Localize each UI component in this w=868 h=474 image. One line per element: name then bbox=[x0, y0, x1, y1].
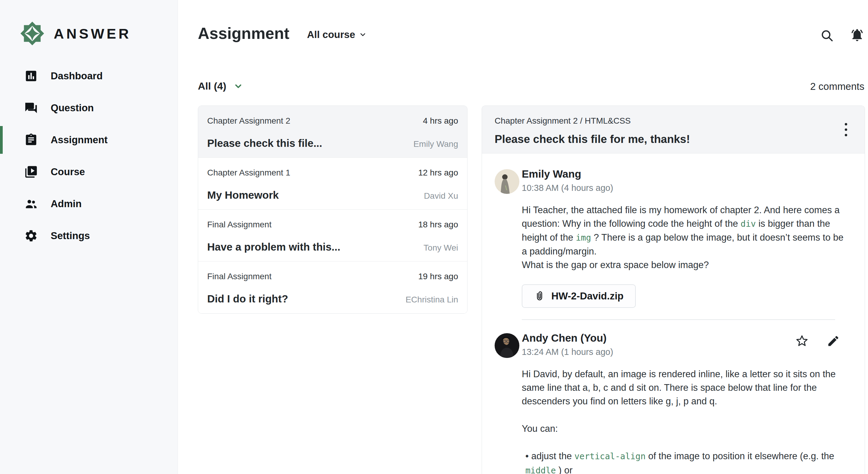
comment-actions bbox=[795, 335, 840, 348]
comment-body: Hi Teacher, the attached file is my home… bbox=[522, 203, 851, 272]
sidebar-nav: Dashboard Question Assignment bbox=[0, 60, 178, 252]
item-time: 12 hrs ago bbox=[418, 168, 458, 178]
video-library-icon bbox=[24, 165, 38, 179]
thread-header: Chapter Assignment 2 / HTML&CSS Please c… bbox=[482, 106, 865, 154]
comment-andy: Andy Chen (You) 13:24 AM (1 hours ago) H… bbox=[495, 332, 852, 474]
sidebar-item-label: Dashboard bbox=[51, 70, 102, 82]
sidebar: ANSWER Dashboard Question bbox=[0, 0, 178, 474]
star-icon[interactable] bbox=[795, 335, 809, 348]
list-item[interactable]: Final Assignment 19 hrs ago Did I do it … bbox=[198, 261, 467, 313]
list-item[interactable]: Final Assignment 18 hrs ago Have a probl… bbox=[198, 210, 467, 261]
people-icon bbox=[24, 197, 38, 211]
comment-paragraph: Hi Teacher, the attached file is my home… bbox=[522, 203, 851, 258]
eight-point-star-logo-icon bbox=[20, 21, 44, 46]
item-author: Emily Wang bbox=[413, 139, 458, 149]
chevron-down-icon bbox=[234, 82, 243, 91]
list-item[interactable]: Chapter Assignment 1 12 hrs ago My Homew… bbox=[198, 158, 467, 210]
attachment-button[interactable]: HW-2-David.zip bbox=[522, 284, 636, 308]
bar-chart-icon bbox=[24, 69, 38, 83]
avatar bbox=[495, 333, 519, 358]
sidebar-item-label: Question bbox=[51, 102, 94, 114]
text-run: of the image to position it elsewhere (e… bbox=[646, 451, 835, 461]
list-item[interactable]: Chapter Assignment 2 4 hrs ago Please ch… bbox=[198, 106, 467, 158]
course-filter-dropdown[interactable]: All course bbox=[307, 29, 367, 40]
pencil-icon[interactable] bbox=[827, 335, 840, 348]
app-logo: ANSWER bbox=[20, 21, 131, 46]
item-assignment-name: Final Assignment bbox=[207, 220, 272, 229]
text-run: ) or bbox=[556, 465, 572, 474]
clipboard-icon bbox=[24, 133, 38, 147]
list-filter-label: All (4) bbox=[198, 80, 226, 92]
sidebar-item-label: Settings bbox=[51, 230, 90, 242]
inline-code: middle bbox=[525, 466, 556, 474]
item-title: Please check this file... bbox=[207, 137, 322, 149]
item-assignment-name: Chapter Assignment 1 bbox=[207, 168, 290, 178]
comment-timestamp: 13:24 AM (1 hours ago) bbox=[522, 347, 852, 357]
sidebar-item-course[interactable]: Course bbox=[0, 156, 178, 188]
sidebar-item-question[interactable]: Question bbox=[0, 92, 178, 124]
inline-code: div bbox=[741, 219, 756, 229]
item-author: EChristina Lin bbox=[406, 295, 458, 305]
item-time: 18 hrs ago bbox=[418, 220, 458, 229]
course-filter-label: All course bbox=[307, 29, 355, 40]
bell-icon[interactable] bbox=[850, 28, 864, 42]
search-icon[interactable] bbox=[820, 28, 834, 43]
comment-divider bbox=[522, 319, 835, 320]
kebab-menu-icon[interactable] bbox=[843, 121, 849, 138]
item-assignment-name: Final Assignment bbox=[207, 272, 272, 281]
item-time: 4 hrs ago bbox=[423, 116, 458, 126]
item-assignment-name: Chapter Assignment 2 bbox=[207, 116, 290, 126]
sidebar-item-settings[interactable]: Settings bbox=[0, 220, 178, 252]
avatar bbox=[495, 169, 519, 194]
item-title: Have a problem with this... bbox=[207, 241, 340, 253]
comment-paragraph: What is the gap or extra space below ima… bbox=[522, 258, 851, 272]
chat-bubbles-icon bbox=[24, 101, 38, 115]
attachment-filename: HW-2-David.zip bbox=[551, 290, 624, 302]
assignment-list: Chapter Assignment 2 4 hrs ago Please ch… bbox=[198, 105, 467, 314]
brand-name: ANSWER bbox=[54, 25, 131, 42]
chevron-down-icon bbox=[359, 31, 367, 39]
item-author: Tony Wei bbox=[424, 243, 458, 253]
inline-code: img bbox=[576, 233, 591, 243]
comment-paragraph: You can: bbox=[522, 422, 851, 435]
gear-icon bbox=[24, 229, 38, 243]
sidebar-item-label: Course bbox=[51, 166, 85, 178]
comment-body: Hi David, by default, an image is render… bbox=[522, 367, 851, 474]
comment-author: Emily Wang bbox=[522, 168, 852, 180]
comment-timestamp: 10:38 AM (4 hours ago) bbox=[522, 183, 852, 193]
comment-list: Emily Wang 10:38 AM (4 hours ago) Hi Tea… bbox=[482, 154, 865, 474]
thread-title: Please check this file for me, thanks! bbox=[495, 133, 852, 146]
item-time: 19 hrs ago bbox=[418, 272, 458, 281]
inline-code: vertical-align bbox=[575, 451, 646, 461]
sidebar-item-admin[interactable]: Admin bbox=[0, 188, 178, 220]
paperclip-icon bbox=[534, 290, 545, 302]
sidebar-item-dashboard[interactable]: Dashboard bbox=[0, 60, 178, 92]
item-title: Did I do it right? bbox=[207, 293, 288, 305]
item-title: My Homework bbox=[207, 189, 279, 201]
list-filter-dropdown[interactable]: All (4) bbox=[198, 80, 243, 92]
bullet-list: adjust the vertical-align of the image t… bbox=[522, 449, 837, 474]
sidebar-item-label: Admin bbox=[51, 198, 82, 210]
text-run: adjust the bbox=[531, 451, 574, 461]
bullet-item: adjust the vertical-align of the image t… bbox=[525, 449, 837, 474]
item-author: David Xu bbox=[424, 191, 458, 201]
comment-paragraph: Hi David, by default, an image is render… bbox=[522, 367, 851, 408]
sidebar-item-assignment[interactable]: Assignment bbox=[0, 124, 178, 156]
page-title: Assignment bbox=[198, 24, 289, 42]
thread-panel: Chapter Assignment 2 / HTML&CSS Please c… bbox=[482, 105, 865, 474]
comment-emily: Emily Wang 10:38 AM (4 hours ago) Hi Tea… bbox=[495, 168, 852, 308]
sidebar-item-label: Assignment bbox=[51, 134, 108, 146]
comments-count: 2 comments bbox=[810, 81, 864, 92]
breadcrumb: Chapter Assignment 2 / HTML&CSS bbox=[495, 116, 852, 126]
